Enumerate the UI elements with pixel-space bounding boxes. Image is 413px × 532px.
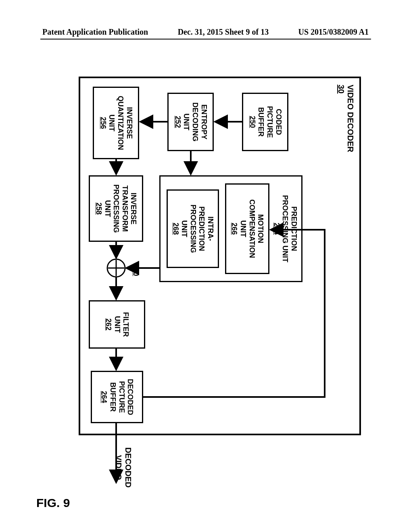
ent-l3: UNIT [182, 114, 191, 131]
itp-l1: INVERSE [129, 193, 138, 224]
entropy-decoding-unit-block: ENTROPY DECODING UNIT 252 [167, 93, 214, 151]
filter-l2: UNIT [113, 316, 121, 333]
video-decoder-title: VIDEO DECODER 30 [336, 85, 355, 165]
cpb-ref: 250 [248, 116, 257, 128]
ent-l2: DECODING [191, 102, 200, 141]
ent-l1: ENTROPY [199, 104, 208, 139]
rotated-canvas: VIDEO DECODER 30 CODED PICTURE BUFFER 25… [50, 73, 365, 496]
coded-picture-buffer-block: CODED PICTURE BUFFER 250 [242, 93, 288, 151]
header-rule [40, 39, 371, 39]
mc-ref: 266 [230, 222, 239, 235]
motion-compensation-unit-block: MOTION COMPENSATION UNIT 266 [225, 183, 269, 274]
iq-l2: QUANTIZATION [116, 96, 125, 150]
out-l1: DECODED [124, 447, 133, 488]
intra-l1: INTRA- [206, 216, 215, 241]
dpb-l3: BUFFER [108, 382, 117, 412]
iq-ref: 256 [98, 117, 107, 129]
dpb-ref: 264 [100, 391, 108, 403]
diagram-area: VIDEO DECODER 30 CODED PICTURE BUFFER 25… [36, 52, 379, 516]
itp-l2: TRANSFORM [120, 185, 129, 232]
ppu-l1: PREDICTION [289, 206, 298, 251]
ppu-l2: PROCESSING UNIT [281, 195, 290, 262]
dpb-l1: DECODED [126, 379, 135, 415]
dpb-l2: PICTURE [117, 381, 126, 413]
header-left: Patent Application Publication [42, 27, 148, 37]
figure-caption: FIG. 9 [36, 496, 70, 510]
intra-ref: 268 [171, 222, 180, 235]
out-l2: VIDEO [114, 455, 123, 480]
header-right: US 2015/0382009 A1 [298, 27, 369, 37]
ent-ref: 252 [173, 116, 182, 128]
itp-l3: PROCESSING [112, 184, 121, 233]
video-decoder-ref: 30 [337, 85, 346, 94]
page-header: Patent Application Publication Dec. 31, … [0, 27, 413, 37]
filter-l1: FILTER [121, 312, 130, 337]
intra-l3: PROCESSING [188, 204, 197, 253]
iq-l1: INVERSE [125, 107, 133, 139]
inverse-quantization-unit-block: INVERSE QUANTIZATION UNIT 256 [93, 87, 139, 159]
itp-l4: UNIT [103, 200, 112, 217]
video-decoder-title-text: VIDEO DECODER [346, 85, 355, 152]
mc-l3: UNIT [238, 220, 247, 237]
summer-ref-label: 260 [131, 264, 140, 276]
summer-ref: 260 [132, 264, 140, 276]
cpb-l2: PICTURE [265, 106, 274, 138]
decoded-video-output-label: DECODED VIDEO [114, 447, 133, 488]
mc-l1: MOTION [256, 214, 265, 243]
cpb-l3: BUFFER [257, 107, 265, 137]
iq-l3: UNIT [107, 114, 116, 131]
page: Patent Application Publication Dec. 31, … [0, 0, 413, 532]
cpb-l1: CODED [274, 109, 283, 135]
intra-l4: UNIT [180, 220, 189, 237]
ppu-ref: 254 [272, 222, 281, 235]
filter-ref: 262 [104, 318, 113, 330]
intra-l2: PREDICTION [197, 206, 206, 251]
itp-ref: 258 [94, 202, 103, 214]
decoded-picture-buffer-block: DECODED PICTURE BUFFER 264 [91, 371, 143, 423]
inverse-transform-processing-unit-block: INVERSE TRANSFORM PROCESSING UNIT 258 [89, 175, 143, 242]
header-mid: Dec. 31, 2015 Sheet 9 of 13 [178, 27, 269, 37]
filter-unit-block: FILTER UNIT 262 [89, 300, 145, 349]
mc-l2: COMPENSATION [247, 200, 256, 258]
diagram-canvas: VIDEO DECODER 30 CODED PICTURE BUFFER 25… [50, 73, 365, 496]
intra-prediction-processing-unit-block: INTRA- PREDICTION PROCESSING UNIT 268 [167, 189, 219, 268]
